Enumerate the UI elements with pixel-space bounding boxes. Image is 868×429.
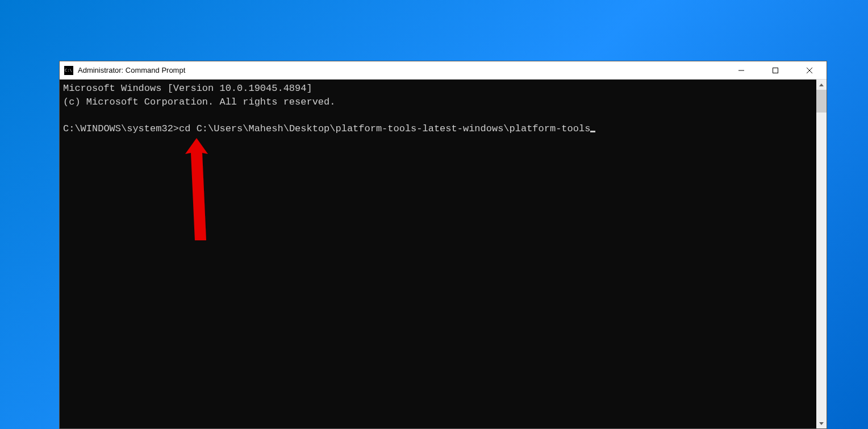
minimize-button[interactable]	[724, 61, 758, 79]
scroll-up-button[interactable]	[816, 80, 827, 90]
svg-marker-4	[819, 84, 824, 86]
terminal-area: Microsoft Windows [Version 10.0.19045.48…	[60, 80, 827, 428]
titlebar[interactable]: Administrator: Command Prompt	[60, 61, 827, 80]
terminal-line: (c) Microsoft Corporation. All rights re…	[63, 97, 335, 107]
svg-rect-1	[773, 68, 778, 73]
scrollbar-track[interactable]	[816, 90, 827, 418]
command-prompt-window: Administrator: Command Prompt Microsoft …	[59, 61, 827, 429]
scrollbar[interactable]	[816, 80, 827, 428]
window-controls	[724, 61, 827, 79]
svg-marker-5	[819, 422, 824, 425]
cmd-icon	[64, 66, 73, 75]
scrollbar-thumb[interactable]	[816, 90, 827, 113]
close-button[interactable]	[792, 61, 827, 79]
scroll-down-button[interactable]	[816, 418, 827, 428]
window-title: Administrator: Command Prompt	[78, 66, 724, 74]
terminal-line: Microsoft Windows [Version 10.0.19045.48…	[63, 83, 312, 94]
terminal-prompt: C:\WINDOWS\system32>	[63, 123, 179, 134]
terminal-output[interactable]: Microsoft Windows [Version 10.0.19045.48…	[60, 80, 816, 428]
terminal-command: cd C:\Users\Mahesh\Desktop\platform-tool…	[179, 123, 590, 134]
maximize-button[interactable]	[758, 61, 792, 79]
cursor	[590, 131, 595, 132]
